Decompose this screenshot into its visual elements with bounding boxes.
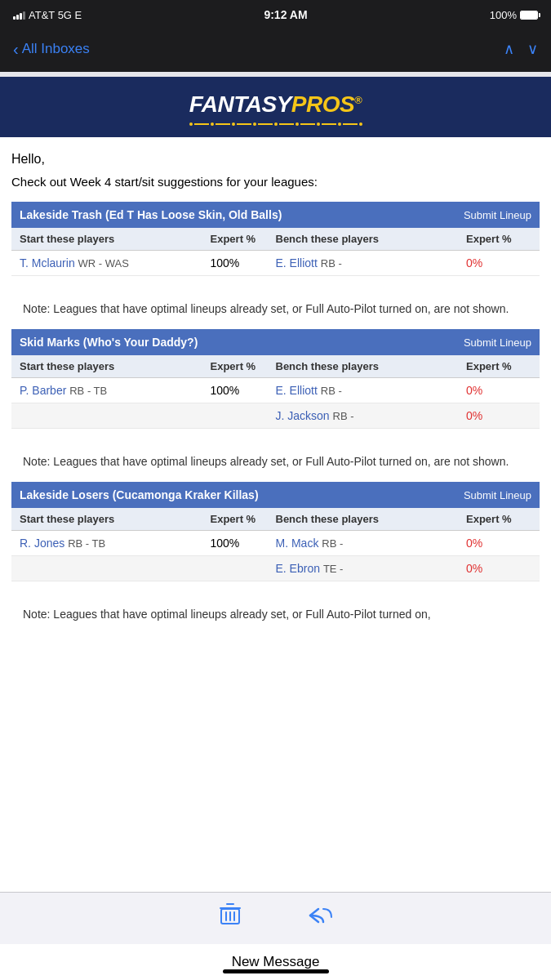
status-bar: AT&T 5G E 9:12 AM 100%: [0, 0, 551, 29]
table-row: R. Jones RB - TB 100% M. Mack RB - 0%: [11, 531, 540, 556]
status-right: 100%: [490, 9, 538, 21]
signal-icon: [13, 10, 25, 20]
league-block-2: Skid Marks (Who's Your Daddy?) Submit Li…: [11, 329, 540, 429]
start-player-3-0: R. Jones RB - TB: [20, 537, 211, 550]
table-row: J. Jackson RB - 0%: [11, 403, 540, 429]
email-body: Hello, Check out Week 4 start/sit sugges…: [0, 137, 551, 635]
note-3: Note: Leagues that have optimal lineups …: [11, 595, 540, 635]
back-button[interactable]: ‹ All Inboxes: [13, 41, 90, 57]
status-left: AT&T 5G E: [13, 9, 82, 21]
bench-player-3-0: M. Mack RB -: [276, 537, 467, 550]
start-player-2-0: P. Barber RB - TB: [20, 384, 211, 397]
greeting-text: Hello,: [11, 152, 540, 167]
tagline-line-2: [216, 123, 230, 125]
fp-pros-text: PROS: [291, 91, 354, 117]
fp-logo-text: FANTASYPROS®: [189, 91, 362, 117]
home-bar: New Message: [0, 944, 551, 980]
trash-icon[interactable]: [219, 902, 242, 932]
start-player: T. Mclaurin WR - WAS: [20, 256, 211, 270]
fantasypros-banner: FANTASYPROS®: [0, 77, 551, 137]
email-content: FANTASYPROS® Hello, Check out Week 4 sta…: [0, 77, 551, 700]
league-1-name: Lakeside Trash (Ed T Has Loose Skin, Old…: [20, 208, 282, 221]
bench-pct-3-1: 0%: [466, 562, 531, 575]
bench-player: E. Elliott RB -: [276, 256, 467, 270]
bench-player-2-0: E. Elliott RB -: [276, 384, 467, 397]
tagline-dot-3: [232, 122, 235, 126]
col-bench-label-3: Bench these players: [276, 513, 467, 525]
col-bench-label: Bench these players: [276, 233, 467, 245]
new-message-label[interactable]: New Message: [232, 954, 320, 970]
tagline-line-3: [237, 123, 251, 125]
carrier-label: AT&T 5G E: [29, 9, 82, 21]
col-bench-label-2: Bench these players: [276, 360, 467, 372]
battery-icon: [520, 11, 538, 20]
fp-reg-mark: ®: [354, 94, 362, 106]
league-2-submit[interactable]: Submit Lineup: [464, 336, 531, 349]
col-bench-pct-label: Expert %: [466, 233, 531, 245]
table-row: E. Ebron TE - 0%: [11, 556, 540, 581]
league-block-1: Lakeside Trash (Ed T Has Loose Skin, Old…: [11, 202, 540, 276]
tagline-dot-4: [253, 122, 256, 126]
col-start-pct-label: Expert %: [211, 233, 276, 245]
tagline-line-7: [322, 123, 336, 125]
tagline-dot-1: [189, 122, 193, 126]
fp-logo: FANTASYPROS®: [189, 91, 362, 118]
league-3-name: Lakeside Losers (Cucamonga Kraker Killas…: [20, 488, 259, 501]
back-chevron-icon: ‹: [13, 41, 19, 57]
nav-bar: ‹ All Inboxes ∧ ∨: [0, 29, 551, 72]
bench-pct: 0%: [466, 256, 531, 270]
svg-rect-1: [226, 903, 234, 905]
tagline-dot-9: [359, 122, 362, 126]
league-header-1: Lakeside Trash (Ed T Has Loose Skin, Old…: [11, 202, 540, 228]
league-header-3: Lakeside Losers (Cucamonga Kraker Killas…: [11, 482, 540, 508]
reply-icon[interactable]: [307, 902, 333, 931]
back-label: All Inboxes: [22, 41, 90, 57]
nav-arrows: ∧ ∨: [504, 40, 538, 58]
prev-message-button[interactable]: ∧: [504, 40, 514, 58]
tagline-dot-7: [317, 122, 320, 126]
league-3-submit[interactable]: Submit Lineup: [464, 489, 531, 501]
col-start-label-3: Start these players: [20, 513, 211, 525]
time-display: 9:12 AM: [264, 8, 307, 21]
league-2-col-headers: Start these players Expert % Bench these…: [11, 355, 540, 378]
col-start-pct-label-3: Expert %: [211, 513, 276, 525]
home-indicator: [223, 969, 329, 973]
bench-pct-2-0: 0%: [466, 384, 531, 397]
note-2: Note: Leagues that have optimal lineups …: [11, 442, 540, 482]
league-header-2: Skid Marks (Who's Your Daddy?) Submit Li…: [11, 329, 540, 355]
tagline-dot-6: [295, 122, 299, 126]
tagline-line-1: [194, 123, 209, 125]
battery-label: 100%: [490, 9, 517, 21]
tagline-line-4: [258, 123, 273, 125]
fp-tagline: [16, 122, 535, 126]
league-1-col-headers: Start these players Expert % Bench these…: [11, 228, 540, 251]
bench-player-2-1: J. Jackson RB -: [276, 409, 467, 422]
bottom-toolbar: [0, 892, 551, 944]
tagline-line-5: [279, 123, 294, 125]
league-block-3: Lakeside Losers (Cucamonga Kraker Killas…: [11, 482, 540, 581]
col-bench-pct-label-2: Expert %: [466, 360, 531, 372]
bench-player-3-1: E. Ebron TE -: [276, 562, 467, 575]
bench-pct-2-1: 0%: [466, 409, 531, 422]
tagline-dot-5: [274, 122, 278, 126]
fp-fantasy-text: FANTASY: [189, 91, 291, 117]
note-1: Note: Leagues that have optimal lineups …: [11, 289, 540, 329]
start-pct: 100%: [211, 256, 276, 270]
tagline-line-8: [343, 123, 358, 125]
league-2-name: Skid Marks (Who's Your Daddy?): [20, 336, 198, 349]
table-row: P. Barber RB - TB 100% E. Elliott RB - 0…: [11, 378, 540, 403]
start-pct-2-0: 100%: [211, 384, 276, 397]
bench-pct-3-0: 0%: [466, 537, 531, 550]
col-bench-pct-label-3: Expert %: [466, 513, 531, 525]
tagline-line-6: [300, 123, 315, 125]
league-1-submit[interactable]: Submit Lineup: [464, 209, 531, 221]
tagline-dot-2: [211, 122, 214, 126]
next-message-button[interactable]: ∨: [527, 40, 538, 58]
col-start-pct-label-2: Expert %: [211, 360, 276, 372]
start-pct-3-0: 100%: [211, 537, 276, 550]
table-row: T. Mclaurin WR - WAS 100% E. Elliott RB …: [11, 251, 540, 276]
tagline-dot-8: [338, 122, 341, 126]
col-start-label-2: Start these players: [20, 360, 211, 372]
league-3-col-headers: Start these players Expert % Bench these…: [11, 508, 540, 531]
intro-text: Check out Week 4 start/sit suggestions f…: [11, 175, 540, 189]
